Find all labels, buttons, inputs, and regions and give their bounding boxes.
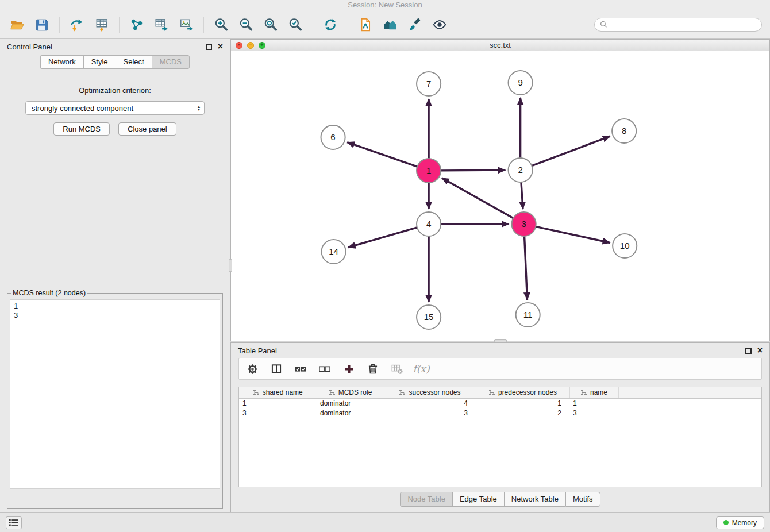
edge-1-6[interactable]	[347, 142, 417, 167]
svg-text:3: 3	[521, 219, 526, 229]
export-table-button[interactable]	[150, 13, 173, 36]
window-title: Session: New Session	[348, 1, 422, 9]
import-table-button[interactable]	[90, 13, 113, 36]
table-cell[interactable]: 2	[476, 408, 569, 418]
tab-edge-table[interactable]: Edge Table	[452, 492, 504, 507]
table-toolbar: f(x)	[238, 358, 762, 380]
home-button[interactable]	[379, 13, 402, 36]
refresh-icon	[323, 17, 338, 32]
node-3[interactable]: 3	[512, 212, 536, 236]
tab-node-table[interactable]: Node Table	[400, 492, 452, 507]
apply-style-button[interactable]	[403, 13, 426, 36]
node-7[interactable]: 7	[417, 72, 441, 96]
status-list-button[interactable]	[6, 516, 22, 529]
mcds-result-text[interactable]: 13	[10, 299, 220, 489]
first-neighbors-button[interactable]	[354, 13, 377, 36]
network-graph[interactable]: 1234678910111415	[231, 51, 769, 341]
close-panel-icon-button[interactable]: ×	[218, 43, 223, 50]
refresh-view-button[interactable]	[319, 13, 342, 36]
node-4[interactable]: 4	[417, 212, 441, 236]
table-cell[interactable]: 1	[239, 398, 317, 408]
maximize-window-button[interactable]: +	[259, 42, 265, 49]
zoom-in-button[interactable]	[210, 13, 233, 36]
column-header-mcds-role[interactable]: MCDS role	[317, 387, 384, 398]
edge-4-14[interactable]	[348, 228, 417, 248]
node-2[interactable]: 2	[509, 158, 533, 182]
function-builder-button[interactable]: f(x)	[414, 361, 429, 376]
tab-network[interactable]: Network	[40, 55, 83, 69]
table-cell[interactable]: 3	[384, 408, 476, 418]
vertical-splitter-handle[interactable]	[229, 259, 232, 272]
tab-mcds[interactable]: MCDS	[152, 55, 190, 69]
column-header-successor-nodes[interactable]: successor nodes	[384, 387, 476, 398]
zoom-out-button[interactable]	[234, 13, 257, 36]
svg-text:2: 2	[518, 165, 522, 175]
tab-network-table[interactable]: Network Table	[504, 492, 565, 507]
float-panel-button[interactable]	[206, 44, 212, 50]
edge-1-2[interactable]	[441, 170, 505, 171]
column-header-name[interactable]: name	[569, 387, 618, 398]
edge-3-10[interactable]	[536, 226, 610, 242]
edge-3-11[interactable]	[525, 236, 528, 300]
close-window-button[interactable]: ×	[236, 42, 242, 49]
node-15[interactable]: 15	[417, 305, 441, 329]
node-6[interactable]: 6	[321, 125, 345, 149]
close-panel-button[interactable]: Close panel	[118, 122, 176, 136]
node-10[interactable]: 10	[613, 234, 637, 258]
main-area: Control Panel × NetworkStyleSelectMCDS O…	[0, 39, 770, 512]
node-11[interactable]: 11	[516, 303, 540, 327]
tab-motifs[interactable]: Motifs	[565, 492, 600, 507]
gear-icon	[247, 363, 259, 375]
run-mcds-button[interactable]: Run MCDS	[53, 122, 110, 136]
table-cell[interactable]: 3	[239, 408, 317, 418]
table-row[interactable]: 3dominator323	[239, 408, 761, 418]
node-9[interactable]: 9	[509, 71, 533, 95]
edge-2-3[interactable]	[521, 182, 523, 209]
table-settings-button[interactable]	[245, 361, 260, 376]
show-columns-button[interactable]	[269, 361, 284, 376]
zoom-selected-button[interactable]	[284, 13, 307, 36]
search-input[interactable]	[610, 21, 756, 29]
network-canvas[interactable]: 1234678910111415	[231, 51, 769, 341]
zoom-fit-button[interactable]	[259, 13, 282, 36]
float-table-panel-button[interactable]	[745, 348, 752, 354]
table-cell[interactable]: 1	[569, 398, 618, 408]
tab-style[interactable]: Style	[83, 55, 116, 69]
zoom-in-icon	[214, 17, 229, 32]
import-network-button[interactable]	[66, 13, 88, 36]
table-cell[interactable]: 3	[569, 408, 618, 418]
column-header-predecessor-nodes[interactable]: predecessor nodes	[476, 387, 569, 398]
tab-select[interactable]: Select	[116, 55, 152, 69]
edge-3-1[interactable]	[442, 178, 513, 218]
select-all-columns-button[interactable]	[293, 361, 308, 376]
edge-2-8[interactable]	[532, 136, 610, 165]
paintbrush-icon	[407, 17, 422, 32]
table-row[interactable]: 1dominator411	[239, 398, 761, 408]
node-8[interactable]: 8	[612, 119, 636, 143]
delete-columns-button[interactable]	[365, 361, 380, 376]
delete-table-button[interactable]	[390, 361, 405, 376]
import-table-icon	[94, 17, 109, 32]
node-14[interactable]: 14	[322, 240, 346, 264]
close-table-panel-button[interactable]: ×	[757, 347, 763, 354]
svg-text:8: 8	[622, 126, 626, 136]
new-network-button[interactable]	[125, 13, 148, 36]
table-cell[interactable]: dominator	[317, 398, 384, 408]
table-cell[interactable]: 4	[384, 398, 476, 408]
add-column-button[interactable]	[341, 361, 356, 376]
show-hide-button[interactable]	[428, 13, 451, 36]
table-cell[interactable]: dominator	[317, 408, 384, 418]
column-header-shared-name[interactable]: shared name	[239, 387, 317, 398]
minimize-window-button[interactable]: −	[247, 42, 254, 49]
table-cell[interactable]: 1	[476, 398, 569, 408]
export-image-button[interactable]	[175, 13, 198, 36]
table-header-row: shared nameMCDS rolesuccessor nodesprede…	[239, 387, 761, 398]
horizontal-splitter-handle[interactable]	[494, 339, 507, 342]
memory-button[interactable]: Memory	[716, 516, 764, 529]
deselect-all-columns-button[interactable]	[317, 361, 332, 376]
node-1[interactable]: 1	[417, 159, 441, 183]
optimization-dropdown[interactable]: strongly connected component ▴▾	[25, 101, 205, 115]
search-field[interactable]	[594, 18, 762, 32]
save-session-button[interactable]	[30, 13, 53, 36]
open-session-button[interactable]	[6, 13, 29, 36]
